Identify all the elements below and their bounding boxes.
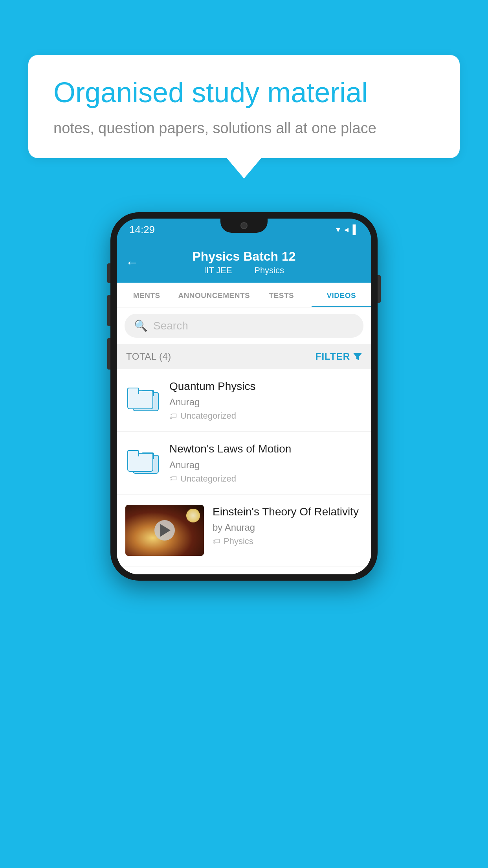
phone-notch — [220, 219, 268, 233]
speech-bubble-section: Organised study material notes, question… — [28, 55, 460, 178]
header-subtitle-part2: Physics — [254, 265, 284, 275]
list-item[interactable]: Newton's Laws of Motion Anurag 🏷 Uncateg… — [117, 432, 371, 494]
phone-power-button — [378, 275, 381, 303]
play-triangle — [160, 524, 171, 537]
phone-device: 14:29 ▾ ◂ ▌ ← Physics Batch 12 IIT JEE P… — [110, 212, 378, 581]
search-bar-wrapper: 🔍 Search — [117, 307, 371, 344]
einstein-author: by Anurag — [213, 522, 363, 533]
phone-volume-up-button — [107, 295, 110, 326]
tag-icon-einstein: 🏷 — [213, 537, 220, 546]
search-placeholder: Search — [153, 320, 188, 332]
filter-button[interactable]: FILTER — [316, 351, 362, 362]
video-info-2: Newton's Laws of Motion Anurag 🏷 Uncateg… — [169, 442, 363, 484]
tab-announcements[interactable]: ANNOUNCEMENTS — [176, 283, 251, 307]
video-author: Anurag — [169, 397, 363, 408]
tag-icon-2: 🏷 — [169, 474, 177, 483]
list-item-einstein[interactable]: Einstein's Theory Of Relativity by Anura… — [117, 495, 371, 566]
play-button[interactable] — [154, 520, 175, 541]
svg-marker-0 — [353, 353, 362, 360]
video-folder-icon — [125, 379, 161, 415]
battery-icon: ▌ — [352, 224, 359, 235]
einstein-title: Einstein's Theory Of Relativity — [213, 505, 363, 519]
status-bar: 14:29 ▾ ◂ ▌ — [117, 219, 371, 241]
tag-label-2: Uncategorized — [180, 474, 236, 484]
einstein-tag: 🏷 Physics — [213, 536, 363, 546]
app-header: ← Physics Batch 12 IIT JEE Physics — [117, 241, 371, 283]
search-icon: 🔍 — [134, 319, 148, 332]
header-subtitle-sep — [241, 265, 246, 275]
tag-icon: 🏷 — [169, 412, 177, 421]
speech-bubble-arrow — [227, 158, 261, 178]
tab-videos[interactable]: VIDEOS — [312, 283, 371, 307]
status-time: 14:29 — [129, 224, 155, 236]
header-subtitle-part1: IIT JEE — [204, 265, 232, 275]
folder-icon-group — [127, 383, 159, 411]
header-title: Physics Batch 12 — [192, 249, 295, 264]
speech-bubble-card: Organised study material notes, question… — [28, 55, 460, 158]
video-title-2: Newton's Laws of Motion — [169, 442, 363, 456]
signal-icon: ◂ — [344, 224, 349, 235]
phone-volume-down-button — [107, 338, 110, 370]
status-icons: ▾ ◂ ▌ — [336, 224, 359, 235]
filter-label: FILTER — [316, 351, 350, 362]
video-tag: 🏷 Uncategorized — [169, 411, 363, 421]
header-subtitle: IIT JEE Physics — [192, 265, 295, 276]
tab-ments[interactable]: MENTS — [117, 283, 176, 307]
einstein-info: Einstein's Theory Of Relativity by Anura… — [213, 505, 363, 546]
phone-mute-button — [107, 263, 110, 283]
phone-wrapper: 14:29 ▾ ◂ ▌ ← Physics Batch 12 IIT JEE P… — [31, 212, 457, 581]
video-folder-icon-2 — [125, 442, 161, 477]
bottom-spacer — [117, 566, 371, 574]
folder-icon-group-2 — [127, 445, 159, 474]
filter-bar: TOTAL (4) FILTER — [117, 344, 371, 369]
video-title: Quantum Physics — [169, 379, 363, 394]
einstein-thumbnail — [125, 505, 204, 556]
tabs-bar: MENTS ANNOUNCEMENTS TESTS VIDEOS — [117, 283, 371, 307]
phone-screen: 🔍 Search TOTAL (4) FILTER — [117, 307, 371, 574]
total-count: TOTAL (4) — [126, 351, 171, 362]
video-tag-2: 🏷 Uncategorized — [169, 474, 363, 484]
video-info: Quantum Physics Anurag 🏷 Uncategorized — [169, 379, 363, 421]
filter-icon — [353, 353, 362, 360]
folder-tab-front — [127, 388, 139, 394]
list-item[interactable]: Quantum Physics Anurag 🏷 Uncategorized — [117, 369, 371, 432]
tab-tests[interactable]: TESTS — [251, 283, 311, 307]
tag-label-einstein: Physics — [224, 536, 253, 546]
back-button[interactable]: ← — [125, 255, 139, 270]
video-list: Quantum Physics Anurag 🏷 Uncategorized — [117, 369, 371, 574]
speech-bubble-title: Organised study material — [53, 76, 435, 109]
wifi-icon: ▾ — [336, 224, 340, 235]
speech-bubble-subtitle: notes, question papers, solutions all at… — [53, 120, 435, 137]
tag-label: Uncategorized — [180, 411, 236, 421]
header-center: Physics Batch 12 IIT JEE Physics — [192, 249, 295, 276]
search-bar[interactable]: 🔍 Search — [125, 314, 363, 338]
folder-tab-front-2 — [127, 450, 139, 456]
video-author-2: Anurag — [169, 460, 363, 471]
front-camera — [240, 222, 248, 229]
